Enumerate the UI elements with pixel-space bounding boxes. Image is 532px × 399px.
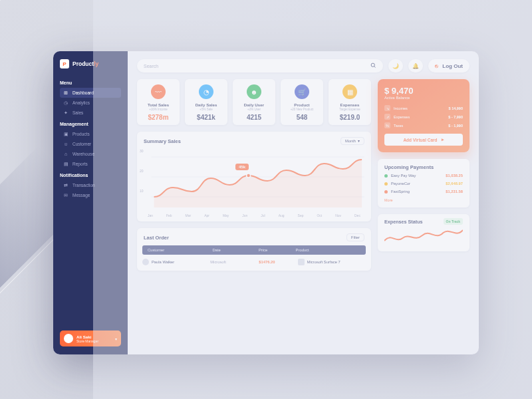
table-row[interactable]: Paula Walker Microsoft $1476.20 Microsof… [137,255,371,268]
add-virtual-card-button[interactable]: Add Virtual Card▸ [384,134,463,146]
clock-icon: ◔ [199,84,213,99]
stat-product[interactable]: 🛒 Product +20 New Product 548 [281,79,323,125]
sidebar-item-label: Dashboard [72,90,94,95]
products-icon: ▣ [63,132,68,137]
sidebar-item-label: Warehouse [72,152,94,156]
sidebar-item-label: Sales [72,110,83,115]
filter-button[interactable]: Filter [346,233,364,241]
summary-sales-panel: Summary Sales Month▾ 30 20 10 [137,132,371,221]
status-badge: On Track [444,218,463,225]
balance-card: $ 9,470 Active Balance ↘ Incomes $ 14,99… [378,79,469,152]
brand-name: Productly [72,61,98,67]
sidebar-item-label: Products [72,132,90,136]
tax-icon: % [384,122,390,128]
chevron-down-icon: ▾ [115,336,117,341]
bell-icon: 🔔 [412,63,419,69]
payment-row[interactable]: PayoneCor $2,648.97 [378,180,469,188]
user-pill[interactable]: Ali Saki Store Manager ▾ [60,331,121,346]
panel-title: Last Order [144,235,169,241]
message-icon: ✉ [63,193,68,198]
sidebar-section-menu: Menu [60,80,121,85]
chart-tooltip: 45k [235,164,249,170]
stat-total-sales[interactable]: 〰 Total Sales +16% Income $278m [137,79,180,125]
logout-label: Log Out [442,63,463,69]
balance-subtitle: Active Balance [384,96,463,100]
balance-row-incomes: ↘ Incomes $ 14,990 [384,104,463,112]
payment-row[interactable]: FastSpring $1,231.58 [378,188,469,196]
logout-button[interactable]: ⎋ Log Out [428,59,469,72]
product-thumb-icon [298,259,305,265]
balance-row-expenses: ↗ Expenses $ - 7,990 [384,112,463,121]
search-placeholder: Search [144,64,158,68]
chevron-down-icon: ▾ [358,139,360,143]
user-role: Store Manager [76,339,98,343]
receipt-icon: ▦ [342,84,357,99]
avatar [64,334,73,343]
trend-icon: 〰 [151,84,166,99]
stat-daily-sales[interactable]: ◔ Daily Sales +5% Sale $421k [185,79,227,125]
sidebar-section-management: Management [60,122,121,126]
expense-icon: ↗ [384,114,390,120]
payment-row[interactable]: Easy Pay Way $1,038.25 [378,172,469,180]
balance-amount: $ 9,470 [384,86,463,96]
notifications-button[interactable]: 🔔 [408,59,423,72]
upcoming-payments-panel: Upcoming Payments Easy Pay Way $1,038.25… [378,159,469,207]
sidebar-item-warehouse[interactable]: ⌂ Warehouse [60,149,121,159]
arrow-right-icon: ▸ [442,137,444,142]
brand-logo[interactable]: P Productly [60,59,121,68]
customer-icon: ☺ [63,142,68,147]
sidebar-item-products[interactable]: ▣ Products [60,129,121,139]
cart-icon: 🛒 [295,84,309,99]
main: Search 🌙 🔔 ⎋ Log Out 〰 [128,51,479,354]
sidebar: P Productly Menu ⊞ Dashboard ◷ Analytics… [53,51,128,354]
stat-cards: 〰 Total Sales +16% Income $278m ◔ Daily … [137,79,371,125]
sidebar-item-analytics[interactable]: ◷ Analytics [60,98,121,108]
search-input[interactable]: Search [137,59,383,72]
expenses-status-panel: Expenses Status On Track [378,214,469,251]
warehouse-icon: ⌂ [63,152,68,157]
more-link[interactable]: More [378,196,469,207]
sidebar-item-transaction[interactable]: ⇄ Transaction [60,180,121,190]
balance-row-taxes: % Taxes $ - 1,990 [384,121,463,130]
summary-chart: 30 20 10 45k JanFebMarAprMayJunJulAu [137,146,371,221]
sidebar-item-dashboard[interactable]: ⊞ Dashboard [60,88,121,98]
last-order-panel: Last Order Filter Customer Date Price Pr… [137,228,371,271]
svg-point-5 [247,174,251,178]
users-icon: ☻ [247,84,261,99]
sidebar-item-sales[interactable]: ✦ Sales [60,108,121,118]
status-dot-icon [384,190,388,194]
search-icon [370,63,376,69]
sidebar-item-label: Message [72,193,90,198]
reports-icon: ▤ [63,162,68,167]
avatar [142,259,149,265]
status-dot-icon [384,174,388,178]
svg-point-0 [371,63,374,66]
grid-icon: ⊞ [63,90,68,96]
dark-mode-button[interactable]: 🌙 [388,59,403,72]
income-icon: ↘ [384,105,390,111]
analytics-icon: ◷ [63,100,68,106]
sidebar-section-notifications: Notifications [60,173,121,178]
sidebar-item-message[interactable]: ✉ Message [60,190,121,200]
sidebar-item-label: Customer [72,142,91,146]
moon-icon: 🌙 [392,63,399,69]
sparkline [384,226,463,246]
sidebar-item-reports[interactable]: ▤ Reports [60,159,121,169]
user-name: Ali Saki [76,334,98,339]
status-dot-icon [384,182,388,186]
table-header: Customer Date Price Product [142,245,366,255]
sidebar-item-label: Analytics [72,100,90,105]
stat-daily-user[interactable]: ☻ Daily User +2% User 4215 [233,79,275,125]
sidebar-item-customer[interactable]: ☺ Customer [60,139,121,149]
logout-icon: ⎋ [435,63,438,69]
sales-icon: ✦ [63,110,68,116]
stat-expenses[interactable]: ▦ Expenses Target Expense $219.0 [329,79,371,125]
sidebar-item-label: Transaction [72,183,95,188]
transaction-icon: ⇄ [63,183,68,188]
range-select[interactable]: Month▾ [340,137,364,145]
sidebar-item-label: Reports [72,162,88,166]
brand-mark-icon: P [60,59,69,68]
panel-title: Summary Sales [144,138,181,144]
topbar: Search 🌙 🔔 ⎋ Log Out [137,59,469,72]
svg-line-1 [374,66,376,68]
